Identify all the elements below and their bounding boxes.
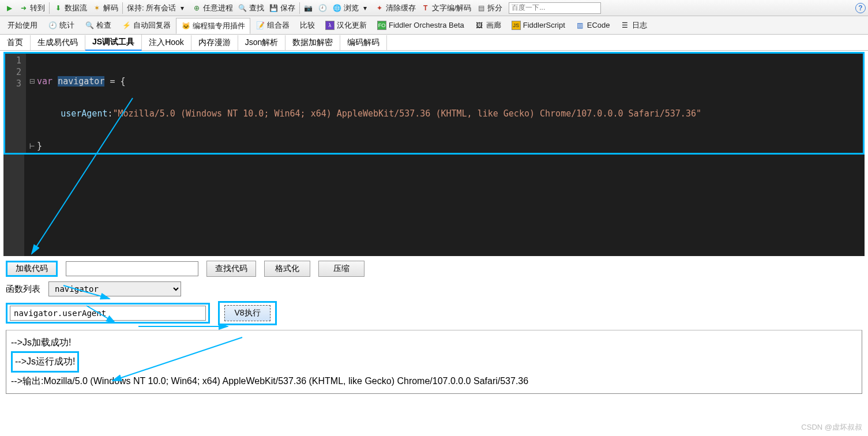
goto-label: 转到 [30,3,45,13]
tab-catplugin[interactable]: 🐱编程猫专用插件 [176,18,250,34]
main-toolbar: ▶ ➜转到 ⬇数据流 ✶解码 保持: 所有会话▾ ⊕任意进程 🔍查找 💾保存 📷… [0,0,868,16]
keep-value: 所有会话 [146,3,176,13]
line-gutter: 1 2 3 [5,54,26,153]
find-button[interactable]: 🔍查找 [236,2,266,14]
barcode-icon: ▥ [576,21,585,30]
dataflow-button[interactable]: ⬇数据流 [51,2,89,14]
any-process-label: 任意进程 [203,3,233,13]
help-icon[interactable]: ? [855,3,866,13]
tab-composer[interactable]: 📝组合器 [250,17,295,33]
subtab-memwalk[interactable]: 内存漫游 [191,35,238,50]
search-input[interactable]: 百度一下... [509,2,601,14]
image-icon: 🖼 [475,21,484,30]
edit-icon: 📝 [255,21,265,30]
find-label: 查找 [249,3,264,13]
clock-icon: 🕘 [48,21,57,30]
tab-inspect[interactable]: 🔍检查 [80,17,117,33]
camera-icon[interactable]: 📷 [302,2,315,14]
bolt-icon: ⚡ [122,21,131,30]
code-editor-empty-area[interactable] [3,155,865,256]
func-list-label: 函数列表 [6,284,40,295]
keep-label: 保持: [127,3,144,13]
tab-orchestra[interactable]: FOFiddler Orchestra Beta [372,18,469,33]
plugin-subtabs: 首页 生成易代码 JS调试工具 注入Hook 内存漫游 Json解析 数据加解密… [0,35,868,51]
list-icon: ☰ [621,21,630,30]
load-code-input[interactable] [66,261,198,276]
search-placeholder: 百度一下... [512,3,545,13]
tab-gallery[interactable]: 🖼画廊 [469,17,506,33]
browse-button[interactable]: 🌐浏览▾ [330,2,372,14]
keep-dropdown[interactable]: 保持: 所有会话▾ [125,2,189,14]
browse-label: 浏览 [344,3,359,13]
fo-icon: FO [377,21,386,30]
subtab-hook[interactable]: 注入Hook [142,35,191,50]
tab-stats[interactable]: 🕘统计 [43,17,80,33]
text-codec-label: 文字编/解码 [432,3,472,13]
subtab-gencode[interactable]: 生成易代码 [31,35,85,50]
tab-log[interactable]: ☰日志 [615,17,652,33]
dataflow-label: 数据流 [65,3,87,13]
watermark: CSDN @虚坏叔叔 [801,422,862,433]
subtab-codec[interactable]: 编码解码 [340,35,387,50]
tab-ecode[interactable]: ▥ECode [570,18,615,33]
find-code-button[interactable]: 查找代码 [206,261,256,277]
output-line-1: -->Js加载成功! [11,334,857,351]
magnifier-icon: 🔍 [85,21,94,30]
v8-run-button[interactable]: V8执行 [224,305,270,321]
tab-compare[interactable]: 比较 [295,17,320,33]
code-area[interactable]: ⊟var navigator = { ⊟ userAgent:"Mozilla/… [26,54,863,153]
output-line-3: -->输出:Mozilla/5.0 (Windows NT 10.0; Win6… [11,373,857,390]
subtab-jsdebug[interactable]: JS调试工具 [85,35,142,51]
controls-panel: 加载代码 查找代码 格式化 压缩 函数列表 navigator V8执行 -->… [0,256,868,399]
feature-tabbar: 开始使用 🕘统计 🔍检查 ⚡自动回复器 🐱编程猫专用插件 📝组合器 比较 λ汉化… [0,16,868,35]
js-icon: JS [512,21,521,30]
fold-open-icon[interactable]: ⊟ [29,76,37,87]
save-label: 保存 [280,3,295,13]
output-line-2: -->Js运行成功! [11,351,79,372]
clear-cache-button[interactable]: ✦清除缓存 [373,2,418,14]
any-process-button[interactable]: ⊕任意进程 [190,2,235,14]
fold-close-icon[interactable]: ⊢ [29,141,37,151]
format-button[interactable]: 格式化 [264,261,310,277]
decode-button[interactable]: ✶解码 [90,2,121,14]
load-code-button[interactable]: 加载代码 [6,261,58,277]
clear-cache-label: 清除缓存 [386,3,416,13]
compress-button[interactable]: 压缩 [318,261,365,277]
goto-button[interactable]: ➜转到 [17,2,47,14]
play-icon[interactable]: ▶ [2,2,16,14]
output-console: -->Js加载成功! -->Js运行成功! -->输出:Mozilla/5.0 … [6,330,862,394]
tab-start[interactable]: 开始使用 [2,17,43,33]
subtab-crypto[interactable]: 数据加解密 [285,35,340,50]
clock-icon[interactable]: 🕘 [316,2,330,14]
code-editor[interactable]: 1 2 3 ⊟var navigator = { ⊟ userAgent:"Mo… [3,52,865,155]
subtab-home[interactable]: 首页 [0,35,31,50]
lambda-icon: λ [325,21,335,30]
tab-autoresponder[interactable]: ⚡自动回复器 [117,17,176,33]
split-label: 拆分 [487,3,502,13]
selected-identifier: navigator [58,76,104,87]
expression-input[interactable] [10,306,206,321]
text-codec-button[interactable]: T文字编/解码 [419,2,474,14]
cat-icon: 🐱 [181,21,190,31]
save-button[interactable]: 💾保存 [267,2,298,14]
func-list-combo[interactable]: navigator [48,281,181,296]
split-button[interactable]: ▤拆分 [474,2,505,14]
tab-fiddlerscript[interactable]: JSFiddlerScript [506,18,570,33]
tab-sinicize[interactable]: λ汉化更新 [320,17,372,33]
subtab-jsonparse[interactable]: Json解析 [238,35,286,50]
decode-label: 解码 [103,3,118,13]
